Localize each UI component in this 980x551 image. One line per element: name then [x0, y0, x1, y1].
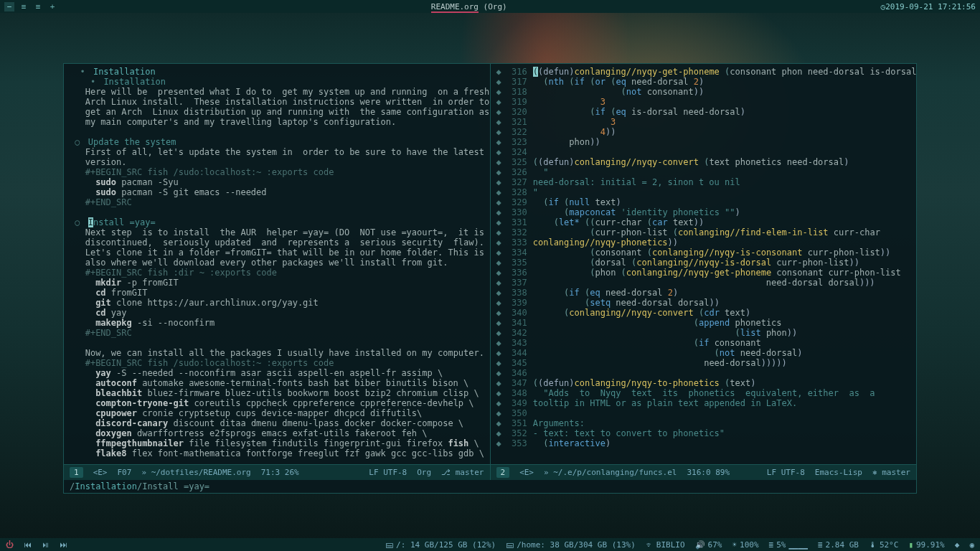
disk-icon: 🖴 — [506, 540, 514, 550]
clock: ◷2019-09-21 17:21:56 — [881, 2, 976, 11]
major-mode: Org — [417, 468, 431, 477]
workspace-switcher: − ≡ ≡ + — [4, 2, 57, 11]
volume-icon: 🔊 — [695, 540, 705, 550]
window-title-file: README.org — [431, 2, 479, 13]
workspace-1[interactable]: − — [4, 2, 14, 11]
cursor-position: 71:3 26% — [261, 468, 299, 477]
major-mode: Emacs-Lisp — [815, 468, 862, 477]
breadcrumb-installation: Installation — [75, 481, 137, 491]
buffer-path: » ~/.e/p/conlanging/funcs.el — [544, 468, 677, 477]
file-icon: F07 — [118, 468, 132, 477]
left-buffer[interactable]: • Installation • Installation Here will … — [64, 64, 490, 464]
volume[interactable]: 🔊 67% — [695, 540, 722, 550]
top-bar: − ≡ ≡ + README.org (Org) ◷2019-09-21 17:… — [0, 0, 980, 13]
thermometer-icon: 🌡 — [869, 540, 877, 550]
window-title-mode: (Org) — [479, 2, 507, 11]
battery: ▮ 99.91% — [908, 540, 944, 550]
evil-state: <E> — [519, 468, 534, 477]
vcs-branch: ⎈ master — [872, 468, 910, 477]
clock-text: 2019-09-21 17:21:56 — [885, 2, 976, 11]
cursor-position: 316:0 89% — [687, 468, 730, 477]
media-play-icon[interactable]: ⏯ — [42, 540, 50, 550]
modeline-right: 2 <E> » ~/.e/p/conlanging/funcs.el 316:0… — [490, 464, 917, 480]
tray-icon-1[interactable]: ◆ — [955, 540, 960, 550]
memory-icon: ≣ — [818, 540, 823, 550]
wifi-icon: ᯤ — [646, 540, 654, 550]
window-number: 2 — [496, 467, 510, 478]
temperature: 🌡 52°C — [869, 540, 899, 550]
media-prev-icon[interactable]: ⏮ — [24, 540, 32, 550]
power-icon[interactable]: ⏻ — [6, 540, 14, 550]
cpu-icon: ≣ — [769, 540, 774, 550]
emacs-frame: • Installation • Installation Here will … — [63, 63, 917, 494]
wifi[interactable]: ᯤ BIBLIO — [646, 540, 685, 550]
workspace-3[interactable]: ≡ — [33, 2, 43, 11]
encoding: LF UTF-8 — [369, 468, 407, 477]
branch-icon: ⎇ — [441, 468, 451, 477]
disk-icon: 🖴 — [385, 540, 393, 550]
right-buffer[interactable]: ◆316((defun)conlanging//nyqy-get-phoneme… — [491, 64, 917, 464]
window-number: 1 — [70, 467, 83, 478]
modeline-left: 1 <E> F07 » ~/dotfiles/README.org 71:3 2… — [64, 464, 490, 480]
evil-state: <E> — [93, 468, 108, 477]
memory: ≣ 2.84 GB — [818, 540, 859, 550]
vcs-branch: ⎇ master — [441, 468, 484, 477]
workspace-add[interactable]: + — [47, 2, 57, 11]
modeline-row: 1 <E> F07 » ~/dotfiles/README.org 71:3 2… — [64, 464, 916, 480]
right-pane[interactable]: ◆316((defun)conlanging//nyqy-get-phoneme… — [490, 64, 917, 464]
media-next-icon[interactable]: ⏭ — [60, 540, 67, 550]
left-pane[interactable]: • Installation • Installation Here will … — [64, 64, 490, 464]
disk-home: 🖴 /home: 38 GB/304 GB (13%) — [506, 540, 636, 550]
window-title: README.org (Org) — [57, 2, 881, 11]
buffer-path: » ~/dotfiles/README.org — [141, 468, 250, 477]
workspace-2[interactable]: ≡ — [19, 2, 29, 11]
breadcrumb-yay: /Install =yay= — [137, 481, 209, 491]
cpu: ≣ 5% ▁▁▁▁ — [769, 540, 808, 550]
brightness-icon: ☀ — [732, 540, 737, 550]
encoding: LF UTF-8 — [767, 468, 805, 477]
minibuffer[interactable]: /Installation/Install =yay= — [64, 480, 916, 493]
brightness[interactable]: ☀ 100% — [732, 540, 758, 550]
tray-icon-2[interactable]: ◉ — [969, 540, 974, 550]
bottom-bar: ⏻ ⏮ ⏯ ⏭ 🖴 /: 14 GB/125 GB (12%) 🖴 /home:… — [0, 538, 980, 551]
disk-root: 🖴 /: 14 GB/125 GB (12%) — [385, 540, 496, 550]
branch-icon: ⎈ — [872, 468, 877, 477]
battery-icon: ▮ — [908, 540, 913, 550]
